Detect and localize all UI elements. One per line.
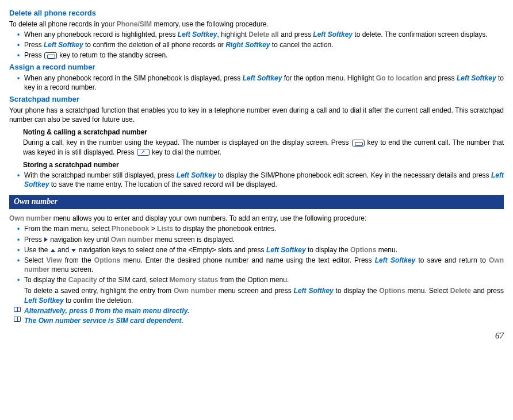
label-options: Options — [350, 246, 376, 254]
book-icon — [14, 317, 21, 322]
label-delete: Delete — [450, 287, 471, 295]
label-options: Options — [379, 287, 405, 295]
label-phone-sim: Phone/SIM — [117, 20, 152, 28]
heading-delete-all: Delete all phone records — [9, 8, 504, 18]
label-phonebook: Phonebook — [112, 225, 149, 233]
text: Press — [24, 41, 44, 49]
text: to confim the deletion. — [64, 296, 133, 305]
text: from the — [65, 256, 94, 264]
nav-up-icon — [51, 249, 55, 252]
label-view: View — [47, 256, 65, 264]
text: and press — [279, 30, 313, 38]
text: and press — [423, 74, 457, 82]
text: key to dial the number. — [150, 148, 221, 156]
sub-noting-calling: Noting & calling a scratchpad number Dur… — [9, 128, 504, 157]
list-storing: With the scratchpad number still display… — [9, 171, 504, 189]
text: key to return to the standby screen. — [58, 51, 167, 59]
list-assign-record: When any phonebook record in the SIM pho… — [9, 74, 504, 92]
left-softkey: Left Softkey — [375, 256, 416, 264]
label-lists: Lists — [157, 225, 173, 233]
end-key-icon — [44, 52, 57, 59]
heading-scratchpad: Scratchpad number — [9, 94, 504, 105]
text: During a call, key in the number using t… — [23, 138, 351, 147]
list-item: Select View from the Options menu. Enter… — [9, 256, 504, 274]
left-softkey: Left Softkey — [457, 74, 496, 82]
label-own-number: Own number — [111, 236, 153, 244]
text: to display the SIM/Phone phonebook edit … — [216, 171, 491, 179]
label-options: Options — [94, 256, 120, 264]
text: menu screen is displayed. — [153, 236, 235, 244]
text: to display the phonebook entries. — [173, 225, 276, 233]
text: to display the — [306, 246, 350, 254]
left-softkey: Left Softkey — [266, 246, 306, 254]
left-softkey: Left Softkey — [177, 171, 216, 179]
text: of the SIM card, select — [97, 276, 170, 284]
text: To delete all phone records in your — [9, 20, 117, 28]
left-softkey: Left Softkey — [313, 30, 353, 38]
list-item: Press navigation key until Own number me… — [9, 235, 504, 244]
list-item: With the scratchpad number still display… — [9, 171, 504, 189]
text: menu screen. — [49, 265, 93, 273]
list-item: When any phonebook record in the SIM pho… — [9, 74, 504, 92]
text: navigation key until — [48, 236, 111, 244]
list-item: From the main menu, select Phonebook > L… — [9, 224, 504, 233]
text: Press — [24, 51, 44, 59]
list-item: Press key to return to the standby scree… — [9, 51, 504, 60]
text: menu allows you to enter and display you… — [51, 214, 366, 222]
text: , highlight — [217, 30, 249, 38]
list-item: When any phonebook record is highlighted… — [9, 30, 504, 39]
text-delete-entry: To delete a saved entry, highlight the e… — [9, 286, 504, 305]
text: > — [149, 225, 157, 233]
text: To delete a saved entry, highlight the e… — [24, 287, 174, 295]
note-sim-dependent: The Own number service is SIM card depen… — [9, 316, 504, 325]
text: With the scratchpad number still display… — [24, 171, 177, 179]
text: Use the — [24, 246, 50, 254]
list-item: Use the and navigation keys to select on… — [9, 245, 504, 255]
text-noting: During a call, key in the number using t… — [23, 138, 504, 156]
text: memory, use the following procedure. — [152, 20, 269, 28]
list-item: To display the Capacity of the SIM card,… — [9, 275, 504, 284]
text: Press — [24, 236, 44, 244]
nav-down-icon — [71, 249, 76, 252]
left-softkey: Left Softkey — [294, 287, 334, 295]
right-softkey: Right Softkey — [225, 41, 270, 49]
page-number: 67 — [9, 330, 504, 341]
text: To display the — [24, 276, 68, 284]
note-text: Alternatively, press 0 from the main men… — [24, 307, 189, 315]
intro-scratchpad: Your phone has a scratchpad function tha… — [9, 106, 504, 124]
note-text: The Own number service is SIM card depen… — [24, 317, 183, 325]
label-capacity: Capacity — [68, 276, 97, 284]
text: to confirm the deletion of all phone rec… — [83, 41, 225, 49]
text: to display the — [334, 287, 379, 295]
text: menu. — [376, 246, 397, 254]
text: When any phonebook record in the SIM pho… — [24, 74, 243, 82]
left-softkey: Left Softkey — [178, 30, 217, 38]
text: and — [56, 246, 71, 254]
text: to save and return to — [415, 256, 489, 264]
text: from the main menu directly. — [93, 307, 189, 315]
text: menu. Enter the desired phone number and… — [120, 256, 375, 264]
text: to save the name entry. The location of … — [49, 180, 277, 188]
list-delete-all: When any phonebook record is highlighted… — [9, 30, 504, 60]
text: from the Option menu. — [219, 276, 289, 284]
heading-assign-record: Assign a record number — [9, 62, 504, 72]
text: From the main menu, select — [24, 225, 112, 233]
text: Select — [24, 256, 47, 264]
label-own-number: Own number — [174, 287, 216, 295]
text: and press — [471, 287, 504, 295]
text: for the option menu. Highlight — [282, 74, 376, 82]
nav-right-icon — [44, 237, 48, 242]
label-memory-status: Memory status — [170, 276, 219, 284]
subheading-noting: Noting & calling a scratchpad number — [23, 128, 504, 137]
left-softkey: Left Softkey — [243, 74, 282, 82]
text: menu screen and press — [216, 287, 294, 295]
call-key-icon — [137, 149, 150, 156]
label-delete-all: Delete all — [248, 30, 279, 38]
left-softkey: Left Softkey — [24, 296, 64, 305]
section-bar-own-number: Own number — [9, 195, 504, 209]
end-key-icon — [352, 140, 365, 147]
intro-delete-all: To delete all phone records in your Phon… — [9, 20, 504, 29]
subheading-storing: Storing a scratchpad number — [23, 160, 504, 169]
note-alternative: Alternatively, press 0 from the main men… — [9, 306, 504, 315]
text: navigation keys to select one of the <Em… — [76, 246, 266, 254]
